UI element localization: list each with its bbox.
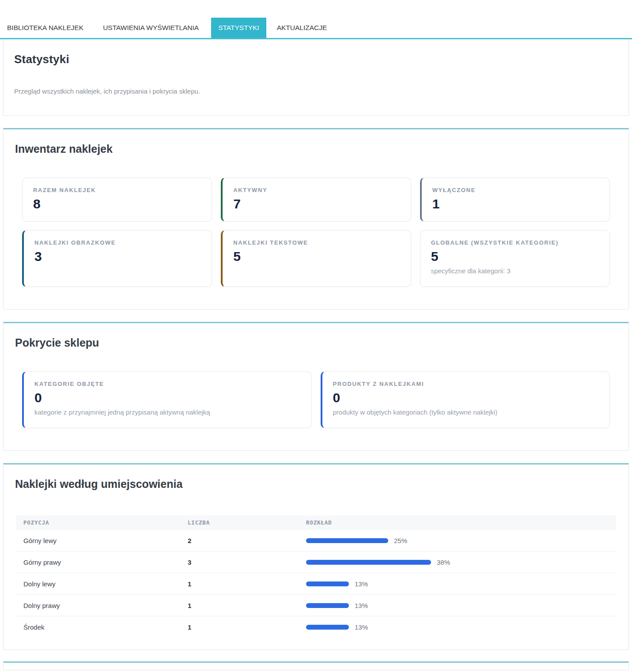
tab-bar: BIBLIOTEKA NAKLEJEK USTAWIENIA WYŚWIETLA… bbox=[0, 0, 632, 39]
placement-section-title: Naklejki według umiejscowienia bbox=[15, 478, 618, 491]
row-count-value: 1 bbox=[188, 623, 306, 631]
stat-card-label: KATEGORIE OBJĘTE bbox=[34, 381, 301, 387]
stat-card-value: 8 bbox=[33, 196, 201, 211]
stat-card-total: RAZEM NAKLEJEK 8 bbox=[22, 177, 212, 222]
coverage-section-title: Pokrycie sklepu bbox=[15, 336, 618, 349]
next-section-stub bbox=[3, 661, 629, 670]
table-row-top-right: Górny prawy 3 38% bbox=[16, 551, 616, 573]
stat-card-label: PRODUKTY Z NAKLEJKAMI bbox=[333, 381, 599, 387]
tab-ustawienia-wyswietlania[interactable]: USTAWIENIA WYŚWIETLANIA bbox=[96, 18, 206, 38]
distribution-percent: 25% bbox=[394, 537, 407, 544]
coverage-section: Pokrycie sklepu KATEGORIE OBJĘTE 0 kateg… bbox=[3, 322, 629, 451]
statistics-header-panel: Statystyki Przegląd wszystkich naklejek,… bbox=[3, 39, 629, 116]
stat-card-products-with-stickers: PRODUKTY Z NAKLEJKAMI 0 produkty w objęt… bbox=[321, 371, 610, 428]
stat-card-value: 0 bbox=[333, 390, 599, 405]
stat-card-image-stickers: NAKLEJKI OBRAZKOWE 3 bbox=[22, 230, 212, 287]
stat-card-note: specyficzne dla kategorii: 3 bbox=[431, 267, 599, 275]
row-position-label: Dolny prawy bbox=[23, 602, 188, 609]
stat-card-label: GLOBALNE (WSZYSTKIE KATEGORIE) bbox=[431, 239, 599, 246]
inventory-cards: RAZEM NAKLEJEK 8 AKTYWNY 7 WYŁĄCZONE 1 N… bbox=[22, 177, 610, 287]
inventory-section-title: Inwentarz naklejek bbox=[15, 143, 618, 155]
column-header-count: LICZBA bbox=[188, 519, 306, 526]
stat-card-categories-covered: KATEGORIE OBJĘTE 0 kategorie z przynajmn… bbox=[22, 371, 312, 428]
coverage-cards: KATEGORIE OBJĘTE 0 kategorie z przynajmn… bbox=[22, 371, 610, 428]
stat-card-value: 1 bbox=[432, 196, 599, 211]
stat-card-label: RAZEM NAKLEJEK bbox=[33, 187, 201, 193]
placement-table: POZYCJA LICZBA ROZKŁAD Górny lewy 2 25% … bbox=[16, 515, 616, 638]
tab-aktualizacje[interactable]: AKTUALIZACJE bbox=[270, 18, 334, 38]
distribution-bar bbox=[306, 560, 431, 565]
page-title: Statystyki bbox=[14, 53, 618, 66]
row-position-label: Górny prawy bbox=[23, 559, 188, 566]
table-row-bottom-right: Dolny prawy 1 13% bbox=[16, 595, 616, 616]
stat-card-active: AKTYWNY 7 bbox=[221, 177, 411, 222]
inventory-section: Inwentarz naklejek RAZEM NAKLEJEK 8 AKTY… bbox=[3, 128, 629, 310]
row-position-label: Dolny lewy bbox=[23, 580, 188, 588]
stat-card-text-stickers: NAKLEJKI TEKSTOWE 5 bbox=[221, 230, 411, 287]
stat-card-global: GLOBALNE (WSZYSTKIE KATEGORIE) 5 specyfi… bbox=[420, 230, 610, 287]
page-subtitle: Przegląd wszystkich naklejek, ich przypi… bbox=[14, 87, 618, 95]
distribution-percent: 13% bbox=[355, 580, 368, 588]
distribution-bar bbox=[306, 625, 349, 630]
row-count-value: 2 bbox=[188, 537, 306, 544]
table-row-center: Środek 1 13% bbox=[16, 616, 616, 638]
row-position-label: Środek bbox=[23, 623, 188, 631]
stat-card-label: AKTYWNY bbox=[233, 187, 400, 193]
placement-table-header: POZYCJA LICZBA ROZKŁAD bbox=[16, 515, 616, 530]
distribution-bar bbox=[306, 581, 349, 586]
row-count-value: 3 bbox=[188, 559, 306, 566]
distribution-percent: 13% bbox=[355, 602, 368, 609]
stat-card-value: 0 bbox=[34, 390, 301, 405]
column-header-distribution: ROZKŁAD bbox=[306, 519, 616, 526]
column-header-position: POZYCJA bbox=[23, 519, 188, 526]
row-position-label: Górny lewy bbox=[23, 537, 188, 544]
stat-card-note: produkty w objętych kategoriach (tylko a… bbox=[333, 408, 599, 416]
stat-card-label: NAKLEJKI OBRAZKOWE bbox=[34, 239, 201, 246]
tab-statystyki[interactable]: STATYSTYKI bbox=[211, 18, 266, 38]
table-row-top-left: Górny lewy 2 25% bbox=[16, 530, 616, 551]
distribution-bar bbox=[306, 603, 349, 608]
stat-card-label: WYŁĄCZONE bbox=[432, 187, 599, 193]
distribution-bar bbox=[306, 538, 388, 543]
distribution-percent: 13% bbox=[355, 623, 368, 631]
placement-section: Naklejki według umiejscowienia POZYCJA L… bbox=[3, 463, 629, 650]
stat-card-note: kategorie z przynajmniej jedną przypisan… bbox=[34, 408, 301, 416]
row-count-value: 1 bbox=[188, 602, 306, 609]
tab-biblioteka-naklejek[interactable]: BIBLIOTEKA NAKLEJEK bbox=[0, 18, 91, 38]
row-count-value: 1 bbox=[188, 580, 306, 588]
stat-card-value: 5 bbox=[431, 249, 599, 264]
stat-card-disabled: WYŁĄCZONE 1 bbox=[420, 177, 610, 222]
stat-card-value: 7 bbox=[233, 196, 400, 211]
table-row-bottom-left: Dolny lewy 1 13% bbox=[16, 573, 616, 595]
stat-card-label: NAKLEJKI TEKSTOWE bbox=[233, 239, 400, 246]
distribution-percent: 38% bbox=[437, 559, 450, 566]
stat-card-value: 5 bbox=[233, 249, 400, 264]
stat-card-value: 3 bbox=[34, 249, 201, 264]
